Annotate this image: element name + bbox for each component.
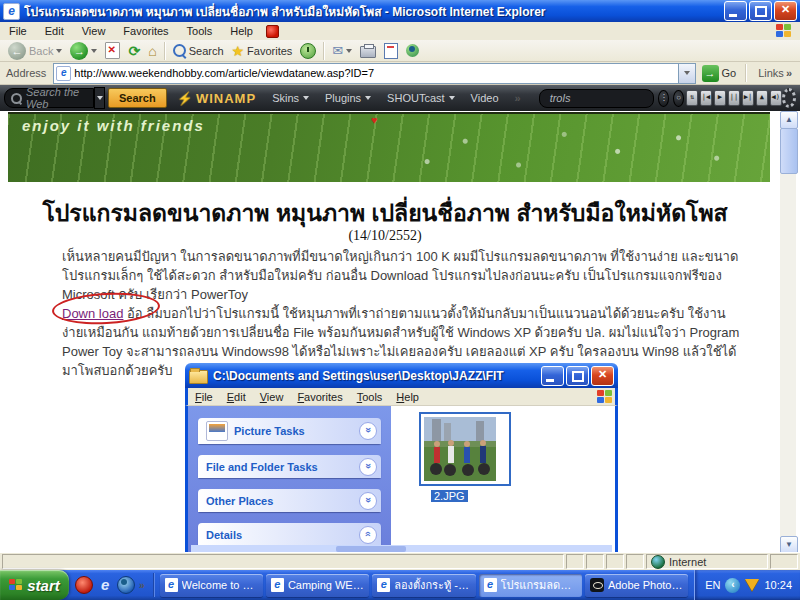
task-button-welcome[interactable]: e Welcome to Week... bbox=[160, 574, 263, 597]
close-button[interactable] bbox=[774, 1, 797, 21]
task-button-photoshop[interactable]: Adobe Photoshop bbox=[585, 574, 688, 597]
quick-launch-opera-icon[interactable] bbox=[75, 576, 93, 594]
home-button[interactable]: ⌂ bbox=[144, 41, 160, 61]
back-icon: ← bbox=[8, 42, 26, 60]
menu-view[interactable]: View bbox=[73, 25, 115, 37]
winamp-logo[interactable]: WINAMP bbox=[196, 91, 256, 106]
quick-launch-overflow-icon[interactable] bbox=[139, 580, 145, 591]
scrollbar-thumb[interactable] bbox=[780, 128, 798, 174]
address-dropdown-button[interactable] bbox=[679, 63, 696, 84]
clock[interactable]: 10:24 bbox=[764, 579, 792, 591]
ie-titlebar[interactable]: e โปรแกรมลดขนาดภาพ หมุนภาพ เปลี่ยนชื่อภา… bbox=[0, 0, 800, 22]
winamp-search-mini-icon[interactable]: ○ bbox=[673, 90, 684, 107]
start-button[interactable]: start bbox=[0, 570, 69, 600]
status-pane bbox=[566, 554, 584, 569]
mail-dropdown-icon[interactable] bbox=[346, 49, 352, 53]
security-zone-pane: Internet bbox=[646, 554, 768, 569]
winamp-pause-button[interactable]: || bbox=[728, 90, 740, 106]
start-windows-flag-icon bbox=[9, 579, 23, 591]
photo-thumbnail bbox=[419, 412, 511, 486]
security-shield-icon[interactable] bbox=[745, 579, 759, 591]
favorites-star-icon: ★ bbox=[232, 43, 245, 59]
go-arrow-icon: → bbox=[702, 65, 719, 82]
restore-button[interactable] bbox=[749, 1, 772, 21]
ie-menubar: File Edit View Favorites Tools Help bbox=[0, 22, 800, 41]
search-button[interactable]: Search bbox=[169, 41, 228, 61]
task-button-current-article[interactable]: e โปรแกรมลดขนาด... bbox=[479, 574, 582, 597]
go-button[interactable]: → Go bbox=[702, 65, 737, 82]
task-button-camping[interactable]: e Camping WEBBOA... bbox=[266, 574, 369, 597]
vertical-scrollbar[interactable]: ▲ ▼ bbox=[780, 111, 796, 552]
other-places-header: Other Places bbox=[198, 489, 381, 512]
winamp-previous-button[interactable]: |◀ bbox=[700, 90, 712, 106]
mail-button[interactable]: ✉ bbox=[328, 41, 356, 61]
language-indicator[interactable]: EN bbox=[705, 579, 720, 591]
menu-favorites[interactable]: Favorites bbox=[114, 25, 177, 37]
chevron-down-icon bbox=[303, 96, 309, 100]
menu-file[interactable]: File bbox=[0, 25, 36, 37]
back-button[interactable]: ← Back bbox=[4, 41, 66, 61]
winamp-play-button[interactable]: ▶ bbox=[714, 90, 726, 106]
winamp-search-dropdown[interactable] bbox=[94, 87, 105, 109]
refresh-button[interactable]: ⟳ bbox=[124, 41, 144, 61]
explorer-menubar: File Edit View Favorites Tools Help bbox=[185, 388, 618, 406]
back-dropdown-icon[interactable] bbox=[56, 49, 62, 53]
stop-button[interactable] bbox=[101, 41, 124, 61]
favorites-button[interactable]: ★ Favorites bbox=[228, 41, 297, 61]
status-pane bbox=[626, 554, 644, 569]
edit-button[interactable] bbox=[380, 41, 402, 61]
ie-address-bar: Address e http://www.weekendhobby.com/ar… bbox=[0, 62, 800, 85]
winamp-menu-shoutcast[interactable]: SHOUTcast bbox=[387, 92, 454, 104]
explorer-titlebar: C:\Documents and Settings\user\Desktop\J… bbox=[185, 363, 618, 388]
task-button-webboard[interactable]: e ลองตั้งกระทู้ - Micr... bbox=[372, 574, 475, 597]
taskbar: start e e Welcome to Week... e Camping W… bbox=[0, 570, 800, 600]
winamp-search-button[interactable]: Search bbox=[108, 88, 167, 108]
menu-edit[interactable]: Edit bbox=[36, 25, 73, 37]
winamp-eject-button[interactable]: ▲ bbox=[756, 90, 768, 106]
chevron-down-icon bbox=[449, 96, 455, 100]
winamp-shuffle-button[interactable]: ⇅ bbox=[686, 90, 698, 106]
banner-tagline: enjoy it with friends bbox=[22, 117, 205, 134]
internet-globe-icon bbox=[651, 555, 665, 569]
quick-launch-ie-icon[interactable]: e bbox=[97, 577, 113, 593]
links-overflow-icon[interactable] bbox=[786, 67, 792, 79]
resize-grip[interactable] bbox=[770, 554, 798, 569]
winamp-overflow-icon[interactable] bbox=[515, 92, 521, 104]
menu-help[interactable]: Help bbox=[221, 25, 262, 37]
links-label[interactable]: Links bbox=[758, 67, 784, 79]
winamp-settings-gear-icon[interactable] bbox=[782, 88, 796, 108]
mail-icon: ✉ bbox=[332, 43, 343, 58]
menu-tools[interactable]: Tools bbox=[178, 25, 222, 37]
winamp-menu-skins[interactable]: Skins bbox=[272, 92, 309, 104]
explorer-body: Picture Tasks File and Folder Tasks Othe… bbox=[185, 406, 618, 552]
forward-button[interactable]: → bbox=[66, 41, 101, 61]
print-button[interactable] bbox=[356, 41, 380, 61]
hide-icons-chevron[interactable]: ‹ bbox=[725, 578, 740, 593]
minimize-button[interactable] bbox=[724, 1, 747, 21]
winamp-menu-plugins[interactable]: Plugins bbox=[325, 92, 371, 104]
winamp-menu-icon[interactable]: ⋮ bbox=[658, 90, 669, 107]
picture-tasks-icon bbox=[206, 421, 228, 441]
selected-file-label: 2.JPG bbox=[431, 490, 468, 502]
scroll-down-button[interactable]: ▼ bbox=[780, 536, 798, 552]
search-icon bbox=[11, 93, 22, 104]
messenger-button[interactable] bbox=[402, 41, 423, 61]
winamp-volume-button[interactable]: ◀) bbox=[770, 90, 782, 106]
quick-launch-msn-icon[interactable] bbox=[117, 576, 135, 594]
status-pane bbox=[606, 554, 624, 569]
address-label: Address bbox=[2, 67, 50, 79]
chevron-up-icon bbox=[359, 526, 377, 544]
explorer-menu-file: File bbox=[188, 391, 220, 403]
forward-dropdown-icon[interactable] bbox=[91, 49, 97, 53]
embedded-explorer-screenshot: C:\Documents and Settings\user\Desktop\J… bbox=[185, 363, 618, 552]
winamp-menu-video[interactable]: Video bbox=[471, 92, 499, 104]
winamp-search-input[interactable]: Search the Web bbox=[4, 88, 94, 108]
addon-menu-icon[interactable] bbox=[266, 25, 279, 38]
address-input[interactable]: e http://www.weekendhobby.com/article/vi… bbox=[53, 63, 678, 84]
explorer-menu-help: Help bbox=[389, 391, 426, 403]
scroll-up-button[interactable]: ▲ bbox=[780, 111, 798, 129]
history-button[interactable] bbox=[296, 41, 320, 61]
chevron-down-icon bbox=[359, 422, 377, 440]
forward-icon: → bbox=[70, 42, 88, 60]
winamp-next-button[interactable]: ▶| bbox=[742, 90, 754, 106]
